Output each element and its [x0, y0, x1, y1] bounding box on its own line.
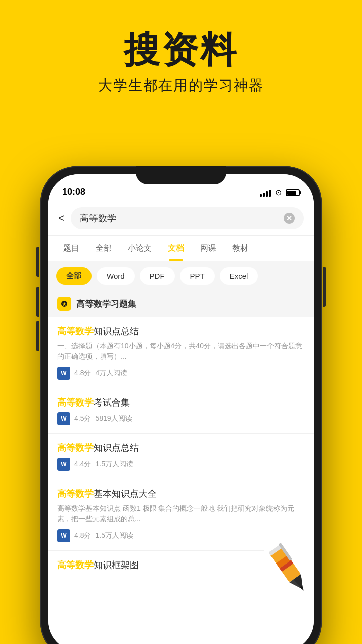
result-reads: 5819人阅读 [95, 414, 132, 423]
list-item[interactable]: 高等数学知识点总结 W 4.4分 1.5万人阅读 [48, 434, 314, 479]
result-reads: 1.5万人阅读 [95, 460, 133, 469]
chip-pdf[interactable]: PDF [140, 267, 175, 285]
filter-chips: 全部 Word PDF PPT Excel [48, 261, 314, 291]
chip-ppt[interactable]: PPT [180, 267, 215, 285]
chip-all[interactable]: 全部 [56, 267, 92, 285]
signal-bars-icon [260, 189, 271, 197]
hero-title: 搜资料 [0, 30, 362, 70]
battery-icon [286, 189, 300, 196]
nav-tab-all[interactable]: 全部 [88, 236, 119, 261]
section-title: 高等数学习题集 [76, 298, 136, 310]
search-clear-button[interactable]: ✕ [284, 213, 295, 224]
result-score: 4.8分 [74, 531, 91, 540]
title-highlight: 高等数学 [57, 326, 94, 336]
result-title: 高等数学考试合集 [57, 396, 305, 409]
back-button[interactable]: < [58, 212, 65, 225]
status-icons: ⊙ [260, 188, 300, 197]
title-highlight: 高等数学 [57, 560, 94, 570]
result-meta: W 4.5分 5819人阅读 [57, 412, 305, 425]
word-badge-icon: W [57, 367, 70, 380]
result-title: 高等数学知识点总结 [57, 325, 305, 338]
phone-outer: 10:08 ⊙ < 高等数学 ✕ [40, 166, 322, 644]
chip-excel[interactable]: Excel [220, 267, 258, 285]
result-score: 4.5分 [74, 414, 91, 423]
section-header: ★ 高等数学习题集 [48, 291, 314, 317]
result-score: 4.8分 [74, 369, 91, 378]
title-highlight: 高等数学 [57, 443, 94, 453]
list-item[interactable]: 高等数学考试合集 W 4.5分 5819人阅读 [48, 388, 314, 434]
result-desc: 一、选择题（本题有10小题，每小题4分，共40分，请选出各题中一个符合题意的正确… [57, 341, 305, 362]
result-reads: 1.5万人阅读 [95, 531, 133, 540]
list-item[interactable]: 高等数学知识点总结 一、选择题（本题有10小题，每小题4分，共40分，请选出各题… [48, 317, 314, 388]
result-desc: 高等数学基本知识点 函数1 极限 集合的概念一般地 我们把研究对象统称为元素，把… [57, 503, 305, 524]
pen-sticker [253, 530, 314, 601]
phone-mockup: 10:08 ⊙ < 高等数学 ✕ [40, 166, 322, 644]
search-bar: < 高等数学 ✕ [48, 201, 314, 236]
chip-word[interactable]: Word [97, 267, 135, 285]
wifi-icon: ⊙ [275, 188, 282, 197]
word-badge-icon: W [57, 529, 70, 542]
title-highlight: 高等数学 [57, 489, 94, 499]
hero-subtitle: 大学生都在用的学习神器 [0, 76, 362, 95]
word-badge-icon: W [57, 412, 70, 425]
nav-tabs: 题目 全部 小论文 文档 网课 教材 [48, 236, 314, 261]
section-icon: ★ [57, 297, 71, 311]
svg-text:★: ★ [62, 302, 67, 307]
result-meta: W 4.4分 1.5万人阅读 [57, 458, 305, 471]
phone-notch [136, 166, 226, 184]
result-title: 高等数学基本知识点大全 [57, 488, 305, 500]
nav-tab-textbook[interactable]: 教材 [225, 236, 255, 261]
nav-tab-online[interactable]: 网课 [193, 236, 223, 261]
nav-tab-paper[interactable]: 小论文 [121, 236, 159, 261]
nav-tab-subject[interactable]: 题目 [56, 236, 86, 261]
result-reads: 4万人阅读 [95, 369, 127, 378]
phone-inner: 10:08 ⊙ < 高等数学 ✕ [48, 174, 314, 644]
result-meta: W 4.8分 4万人阅读 [57, 367, 305, 380]
word-badge-icon: W [57, 458, 70, 471]
title-highlight: 高等数学 [57, 397, 94, 408]
search-input-wrap[interactable]: 高等数学 ✕ [71, 207, 304, 229]
nav-tab-doc[interactable]: 文档 [161, 236, 191, 261]
status-time: 10:08 [62, 187, 85, 197]
result-title: 高等数学知识点总结 [57, 442, 305, 454]
result-score: 4.4分 [74, 460, 91, 469]
hero-section: 搜资料 大学生都在用的学习神器 [0, 0, 362, 110]
search-query: 高等数学 [80, 212, 116, 224]
